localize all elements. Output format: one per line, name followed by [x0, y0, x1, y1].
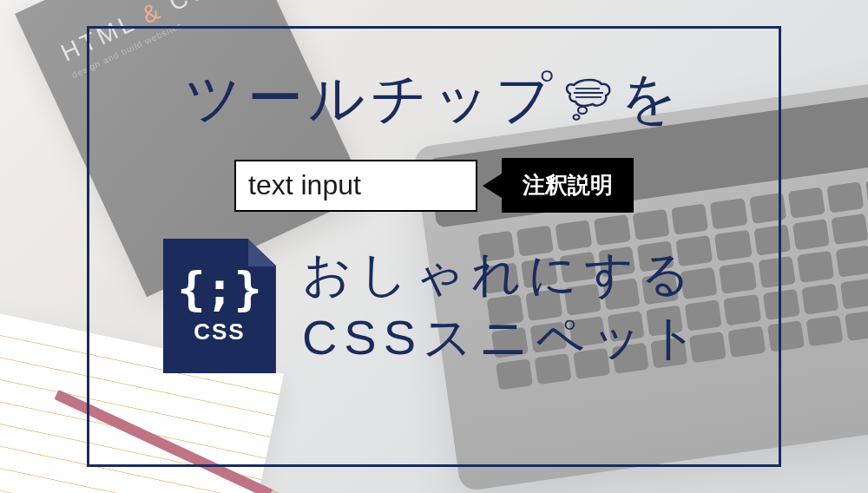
heading-text-wo: を	[621, 61, 683, 136]
bottom-section: {;} CSS おしゃれにする CSSスニペット	[163, 239, 705, 373]
heading-text-tooltip: ツールチップ	[185, 61, 558, 136]
tooltip-label: 注釈説明	[523, 172, 613, 198]
svg-point-4	[574, 115, 580, 120]
main-content: ツールチップ を text input 注釈説明 {;} CSS	[0, 0, 868, 493]
tooltip-annotation: 注釈説明	[502, 158, 634, 213]
heading-line-1: ツールチップ を	[185, 61, 683, 136]
heading-line-3: CSSスニペット	[302, 306, 705, 370]
text-input-example: text input	[234, 160, 477, 212]
css-file-icon: {;} CSS	[163, 239, 276, 373]
thought-bubble-icon	[563, 75, 615, 122]
text-input-value: text input	[248, 169, 361, 201]
input-tooltip-row: text input 注釈説明	[234, 158, 634, 213]
svg-point-3	[578, 107, 587, 114]
heading-block-2: おしゃれにする CSSスニペット	[302, 243, 705, 370]
css-braces-glyph: {;}	[177, 266, 262, 313]
file-fold-corner	[248, 239, 276, 266]
css-label-text: CSS	[194, 319, 245, 345]
heading-line-2: おしゃれにする	[302, 243, 705, 306]
